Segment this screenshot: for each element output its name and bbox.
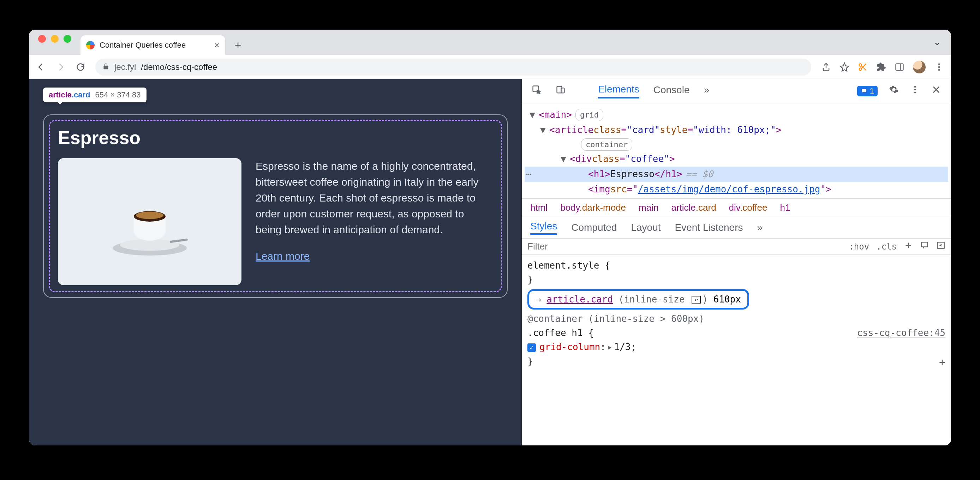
pane-styles[interactable]: Styles [530, 221, 557, 235]
minimize-window-button[interactable] [51, 35, 59, 43]
grid-column-declaration[interactable]: ✓grid-column:▸1/3; [527, 340, 945, 354]
svg-point-9 [136, 212, 164, 219]
issues-count: 1 [870, 86, 874, 95]
styles-filter-bar: :hov .cls [522, 238, 951, 255]
pane-computed[interactable]: Computed [571, 222, 617, 233]
crumb-div[interactable]: div.coffee [729, 202, 767, 213]
styles-filter-input[interactable] [527, 241, 842, 252]
page-viewport: article.card 654 × 374.83 Espresso [29, 79, 522, 445]
share-button[interactable] [821, 62, 831, 72]
badge-container[interactable]: container [581, 138, 632, 151]
svg-rect-2 [896, 64, 904, 70]
source-link[interactable]: css-cq-coffee:45 [857, 326, 945, 340]
hov-toggle[interactable]: :hov [849, 242, 869, 252]
property-checkbox[interactable]: ✓ [527, 343, 536, 352]
forward-button[interactable] [56, 62, 66, 72]
back-button[interactable] [36, 62, 46, 72]
toolbar: jec.fyi/demo/css-cq-coffee [29, 55, 951, 79]
learn-more-link[interactable]: Learn more [256, 250, 310, 262]
reload-button[interactable] [76, 62, 86, 72]
svg-point-5 [939, 69, 940, 71]
container-selector-link[interactable]: article.card [546, 294, 613, 305]
coffee-image [58, 158, 242, 285]
toggle-sidebar-icon[interactable] [936, 241, 945, 252]
bookmark-button[interactable] [840, 62, 850, 72]
svg-point-1 [859, 68, 862, 70]
svg-rect-16 [921, 242, 928, 247]
dom-div[interactable]: <div [570, 152, 592, 166]
issues-badge[interactable]: 1 [857, 86, 878, 96]
resize-icon: ↔ [692, 296, 701, 304]
side-panel-button[interactable] [894, 62, 904, 72]
close-devtools-button[interactable] [931, 85, 941, 97]
coffee-h1-rule[interactable]: .coffee h1 { css-cq-coffee:45 [527, 326, 945, 340]
devtools-tabs: Elements Console » 1 [522, 79, 951, 103]
crumb-h1[interactable]: h1 [780, 202, 791, 213]
element-style-rule[interactable]: element.style { [527, 258, 945, 272]
crumb-main[interactable]: main [639, 202, 659, 213]
cls-toggle[interactable]: .cls [876, 242, 897, 252]
tab-search-button[interactable]: ⌄ [933, 36, 941, 48]
settings-button[interactable] [889, 85, 899, 97]
dom-img[interactable]: <img src="/assets/img/demo/cof-espresso.… [525, 182, 948, 197]
svg-point-4 [939, 66, 940, 68]
breadcrumb: html body.dark-mode main article.card di… [522, 199, 951, 217]
tab-elements[interactable]: Elements [598, 84, 640, 99]
dom-tree[interactable]: ▼<main>grid ▼<article class="card" style… [522, 103, 951, 199]
devtools-menu-button[interactable] [910, 85, 920, 97]
card-description: Espresso is the name of a highly concent… [256, 158, 493, 238]
devtools-panel: Elements Console » 1 ▼<main>grid ▼<artic… [522, 79, 951, 445]
browser-window: Container Queries coffee × + ⌄ jec.fyi/d… [29, 30, 951, 445]
scissors-icon[interactable] [858, 62, 868, 72]
container-size-value: 610px [713, 294, 741, 305]
crumb-body[interactable]: body.dark-mode [560, 202, 626, 213]
close-tab-button[interactable]: × [214, 40, 220, 51]
url-host: jec.fyi [115, 62, 136, 72]
at-container-rule[interactable]: @container (inline-size > 600px) [527, 312, 945, 326]
toolbar-actions [821, 61, 944, 73]
profile-avatar[interactable] [913, 61, 926, 73]
card: Espresso Espresso is the name [43, 114, 508, 298]
content-area: article.card 654 × 374.83 Espresso [29, 79, 951, 445]
crumb-html[interactable]: html [530, 202, 547, 213]
lock-icon [102, 62, 110, 72]
maximize-window-button[interactable] [64, 35, 71, 43]
address-bar[interactable]: jec.fyi/demo/css-cq-coffee [95, 59, 811, 76]
device-toggle-button[interactable] [556, 85, 566, 97]
url-path: /demo/css-cq-coffee [141, 62, 217, 72]
svg-point-13 [914, 86, 916, 88]
tabs-overflow[interactable]: » [703, 84, 709, 98]
svg-point-0 [859, 64, 862, 66]
container-query-highlight[interactable]: → article.card (inline-size ↔) 610px [527, 289, 749, 310]
svg-point-3 [939, 63, 940, 65]
inspect-element-button[interactable] [531, 85, 541, 97]
badge-grid[interactable]: grid [576, 109, 603, 121]
tooltip-element: article [49, 91, 72, 99]
pane-listeners[interactable]: Event Listeners [675, 222, 743, 233]
add-property-button[interactable]: + [939, 354, 945, 371]
window-controls [38, 30, 71, 55]
dom-main[interactable]: <main> [539, 108, 572, 122]
favicon-icon [86, 41, 95, 49]
menu-button[interactable] [934, 62, 944, 72]
tooltip-class: .card [72, 91, 91, 99]
styles-list: element.style { } → article.card (inline… [522, 255, 951, 374]
format-icon[interactable] [920, 241, 929, 252]
extensions-button[interactable] [876, 62, 886, 72]
dom-article[interactable]: <article [549, 123, 593, 137]
close-window-button[interactable] [38, 35, 46, 43]
tab-console[interactable]: Console [654, 84, 690, 98]
new-style-rule-button[interactable] [904, 241, 913, 252]
inspect-tooltip: article.card 654 × 374.83 [43, 87, 146, 102]
pane-layout[interactable]: Layout [631, 222, 660, 233]
crumb-article[interactable]: article.card [671, 202, 716, 213]
arrow-icon: → [536, 294, 541, 305]
dom-eq0: == $0 [686, 167, 713, 181]
panes-overflow[interactable]: » [757, 222, 763, 233]
browser-tab[interactable]: Container Queries coffee × [81, 35, 225, 55]
card-heading: Espresso [58, 127, 493, 148]
tooltip-dimensions: 654 × 374.83 [95, 91, 140, 100]
dom-img-src[interactable]: /assets/img/demo/cof-espresso.jpg [638, 183, 821, 196]
new-tab-button[interactable]: + [230, 37, 246, 53]
dom-selected-row[interactable]: <h1>Espresso</h1>== $0 [525, 167, 948, 182]
